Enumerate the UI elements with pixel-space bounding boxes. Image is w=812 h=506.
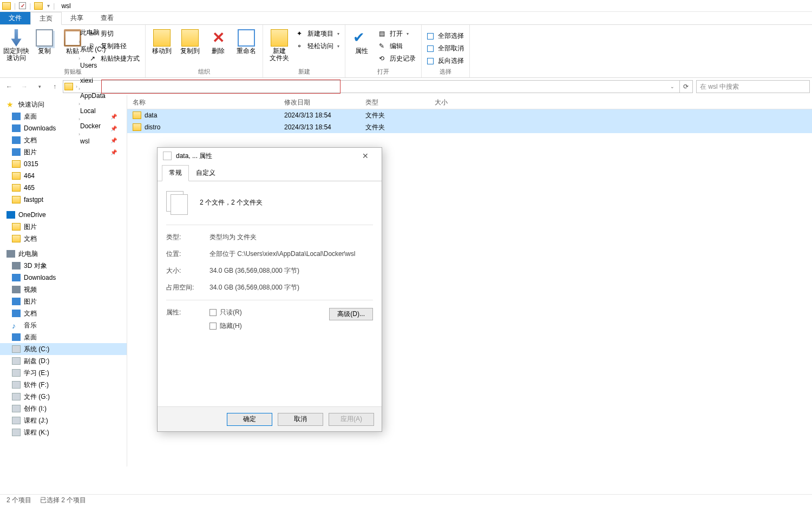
properties-button[interactable]: ✔属性 bbox=[349, 27, 375, 55]
up-button[interactable]: ↑ bbox=[48, 80, 62, 94]
select-all-button[interactable]: 全部选择 bbox=[425, 30, 466, 42]
chevron-right-icon[interactable]: › bbox=[78, 71, 81, 76]
tab-home[interactable]: 主页 bbox=[30, 12, 62, 25]
nav-item[interactable]: 文件 (G:) bbox=[0, 391, 127, 403]
nav-icon bbox=[12, 148, 21, 156]
nav-item[interactable]: 图片 bbox=[0, 221, 127, 233]
nav-label: 副盘 (D:) bbox=[24, 357, 49, 366]
refresh-button[interactable]: ⟳ bbox=[679, 81, 691, 93]
chevron-right-icon[interactable]: › bbox=[78, 116, 81, 122]
chevron-right-icon[interactable]: › bbox=[78, 101, 81, 107]
pin-icon bbox=[8, 29, 25, 47]
nav-icon: ♪ bbox=[12, 321, 21, 329]
copy-to-button[interactable]: 复制到 bbox=[177, 27, 203, 55]
nav-item[interactable]: Downloads bbox=[0, 272, 127, 284]
nav-item[interactable]: 学习 (E:) bbox=[0, 367, 127, 379]
nav-item[interactable]: 系统 (C:) bbox=[0, 343, 127, 355]
hidden-checkbox[interactable]: 隐藏(H) bbox=[209, 321, 329, 331]
rename-button[interactable]: 重命名 bbox=[233, 27, 259, 55]
chevron-right-icon[interactable]: › bbox=[78, 132, 81, 137]
nav-item[interactable]: 465 bbox=[0, 182, 127, 194]
cancel-button[interactable]: 取消 bbox=[278, 413, 323, 426]
breadcrumb-item[interactable]: Users bbox=[78, 62, 108, 69]
select-none-button[interactable]: 全部取消 bbox=[425, 43, 466, 54]
tab-share[interactable]: 共享 bbox=[62, 12, 92, 24]
dialog-titlebar[interactable]: data, ... 属性 ✕ bbox=[158, 148, 382, 164]
col-type[interactable]: 类型 bbox=[360, 95, 429, 109]
nav-icon bbox=[12, 429, 21, 436]
nav-item[interactable]: 创作 (I:) bbox=[0, 403, 127, 415]
invert-selection-button[interactable]: 反向选择 bbox=[425, 55, 466, 67]
nav-item[interactable]: 文档 bbox=[0, 233, 127, 245]
nav-item[interactable]: 副盘 (D:) bbox=[0, 355, 127, 367]
nav-item[interactable]: 464 bbox=[0, 170, 127, 182]
new-folder-button[interactable]: 新建 文件夹 bbox=[266, 27, 292, 62]
nav-this-pc[interactable]: 此电脑 bbox=[0, 248, 127, 260]
invert-icon bbox=[427, 58, 434, 64]
new-item-button[interactable]: ✦新建项目▾ bbox=[294, 28, 342, 40]
nav-item[interactable]: 图片 bbox=[0, 295, 127, 307]
apply-button[interactable]: 应用(A) bbox=[329, 413, 374, 426]
copy-button[interactable]: 复制 bbox=[31, 27, 57, 55]
breadcrumb-item[interactable]: 系统 (C:) bbox=[78, 45, 108, 54]
readonly-checkbox[interactable]: 只读(R) bbox=[209, 308, 329, 317]
history-button[interactable]: ⟲历史记录 bbox=[377, 53, 418, 64]
edit-icon: ✎ bbox=[379, 42, 388, 51]
group-label: 选择 bbox=[425, 68, 466, 76]
breadcrumb-item[interactable]: 此电脑 bbox=[78, 28, 108, 37]
table-row[interactable]: data 2024/3/13 18:54 文件夹 bbox=[127, 109, 812, 121]
nav-item[interactable]: fastgpt bbox=[0, 194, 127, 206]
nav-label: 文档 bbox=[24, 234, 37, 244]
nav-onedrive[interactable]: OneDrive bbox=[0, 209, 127, 221]
chevron-right-icon[interactable]: › bbox=[78, 56, 81, 61]
pin-to-quick-access-button[interactable]: 固定到快 速访问 bbox=[3, 27, 29, 62]
tab-view[interactable]: 查看 bbox=[92, 12, 122, 24]
col-name[interactable]: 名称 bbox=[127, 95, 279, 109]
nav-item[interactable]: 图片📌 bbox=[0, 146, 127, 158]
move-to-button[interactable]: 移动到 bbox=[149, 27, 175, 55]
breadcrumb-item[interactable]: wsl bbox=[78, 137, 108, 145]
nav-pane[interactable]: ★快速访问桌面📌Downloads📌文档📌图片📌0315464465fastgp… bbox=[0, 95, 127, 466]
delete-button[interactable]: ✕删除 bbox=[205, 27, 231, 55]
chevron-right-icon[interactable]: › bbox=[78, 39, 81, 44]
star-icon: ★ bbox=[6, 101, 15, 108]
nav-label: 图片 bbox=[24, 297, 37, 306]
breadcrumb-item[interactable]: Local bbox=[78, 107, 108, 115]
col-size[interactable]: 大小 bbox=[429, 95, 473, 109]
nav-item[interactable]: 视频 bbox=[0, 284, 127, 295]
address-dropdown[interactable]: ⌄ bbox=[665, 80, 679, 94]
table-row[interactable]: distro 2024/3/13 18:54 文件夹 bbox=[127, 121, 812, 133]
nav-label: 桌面 bbox=[24, 112, 37, 121]
nav-item[interactable]: 文档 bbox=[0, 307, 127, 319]
nav-item[interactable]: 课程 (K:) bbox=[0, 426, 127, 438]
nav-item[interactable]: 课程 (J:) bbox=[0, 415, 127, 426]
col-date[interactable]: 修改日期 bbox=[279, 95, 360, 109]
file-type: 文件夹 bbox=[360, 123, 429, 132]
ribbon: 固定到快 速访问 复制 粘贴 ✂剪切 ⎘复制路径 ↗粘贴快捷方式 剪贴板 移动到… bbox=[0, 25, 812, 78]
nav-item[interactable]: ♪音乐 bbox=[0, 319, 127, 331]
open-button[interactable]: ▤打开▾ bbox=[377, 28, 418, 40]
search-input[interactable]: 在 wsl 中搜索 bbox=[696, 80, 810, 93]
back-button[interactable]: ← bbox=[2, 80, 16, 94]
edit-button[interactable]: ✎编辑 bbox=[377, 41, 418, 52]
tab-general[interactable]: 常规 bbox=[162, 165, 189, 181]
tab-custom[interactable]: 自定义 bbox=[189, 165, 222, 181]
breadcrumb-item[interactable]: AppData bbox=[78, 92, 108, 100]
ok-button[interactable]: 确定 bbox=[227, 413, 272, 426]
address-bar[interactable]: › 此电脑›系统 (C:)›Users›xiexi›AppData›Local›… bbox=[63, 80, 693, 93]
close-button[interactable]: ✕ bbox=[355, 148, 376, 163]
breadcrumb-item[interactable]: xiexi bbox=[78, 77, 108, 84]
chevron-right-icon[interactable]: › bbox=[78, 86, 81, 91]
nav-item[interactable]: 桌面 bbox=[0, 331, 127, 343]
breadcrumb-item[interactable]: Docker bbox=[78, 122, 108, 130]
nav-item[interactable]: 3D 对象 bbox=[0, 260, 127, 272]
easy-access-button[interactable]: ⚬轻松访问▾ bbox=[294, 41, 342, 52]
nav-item[interactable]: 软件 (F:) bbox=[0, 379, 127, 391]
forward-button[interactable]: → bbox=[17, 80, 31, 94]
qat-checkbox-icon[interactable]: ✓ bbox=[19, 2, 26, 9]
advanced-button[interactable]: 高级(D)... bbox=[329, 308, 373, 320]
recent-dropdown[interactable]: ▾ bbox=[32, 80, 47, 94]
nav-label: 文件 (G:) bbox=[24, 392, 50, 402]
nav-item[interactable]: 0315 bbox=[0, 158, 127, 170]
tab-file[interactable]: 文件 bbox=[0, 12, 30, 24]
